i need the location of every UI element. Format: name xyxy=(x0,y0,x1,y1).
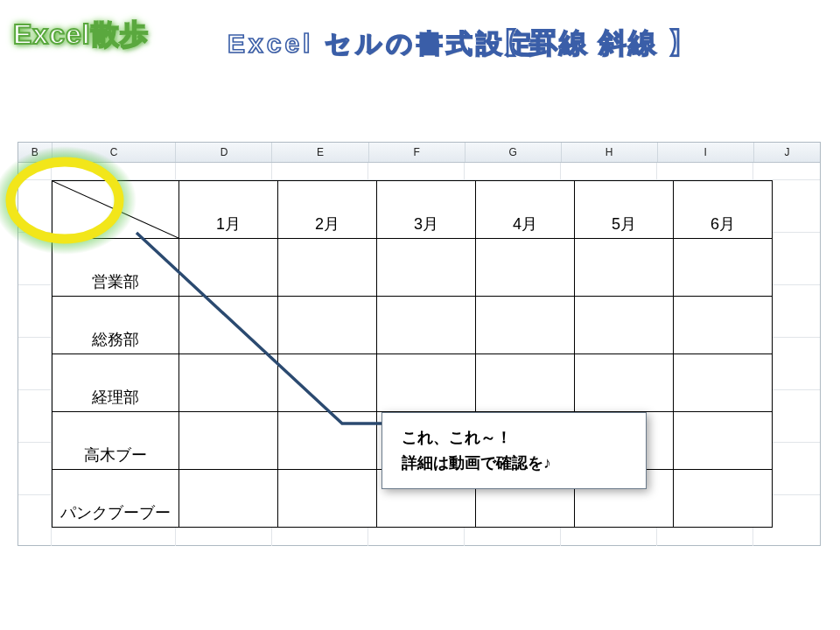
table-row: 総務部 xyxy=(52,297,773,354)
cell[interactable] xyxy=(674,470,773,528)
col-header-I[interactable]: I xyxy=(658,143,754,162)
col-header-B[interactable]: B xyxy=(18,143,52,162)
cell[interactable] xyxy=(179,297,278,354)
table-row: 経理部 xyxy=(52,354,773,412)
cell[interactable] xyxy=(476,297,575,354)
cell[interactable] xyxy=(278,470,377,528)
cell[interactable] xyxy=(377,239,476,297)
cell[interactable] xyxy=(674,239,773,297)
callout-text-2: 詳細は動画で確認を♪ xyxy=(402,451,634,476)
diagonal-line-icon xyxy=(52,181,178,238)
cell[interactable] xyxy=(674,354,773,412)
svg-line-0 xyxy=(52,181,178,238)
col-header-E[interactable]: E xyxy=(272,143,368,162)
col-header-C[interactable]: C xyxy=(52,143,177,162)
table-row: 1月 2月 3月 4月 5月 6月 xyxy=(52,181,773,239)
cell[interactable]: 3月 xyxy=(377,181,476,239)
cell[interactable] xyxy=(179,354,278,412)
col-header-F[interactable]: F xyxy=(369,143,466,162)
cell[interactable]: パンクブーブー xyxy=(52,470,179,528)
cell[interactable] xyxy=(575,354,674,412)
column-headers: B C D E F G H I J xyxy=(18,143,820,163)
sheet-frame: B C D E F G H I J 1月 2月 3月 4月 5月 6月 xyxy=(18,142,821,546)
cell[interactable] xyxy=(278,297,377,354)
cell[interactable] xyxy=(278,412,377,470)
cell[interactable] xyxy=(674,297,773,354)
cell[interactable] xyxy=(476,354,575,412)
col-header-G[interactable]: G xyxy=(466,143,562,162)
cell[interactable] xyxy=(575,297,674,354)
col-header-D[interactable]: D xyxy=(176,143,272,162)
cell[interactable]: 総務部 xyxy=(52,297,179,354)
callout-text-1: これ、これ～！ xyxy=(402,425,634,451)
callout-box: これ、これ～！ 詳細は動画で確認を♪ xyxy=(382,412,647,489)
table-row: 営業部 xyxy=(52,239,773,297)
page-subtitle: 【 罫線 斜線 】 xyxy=(490,24,697,63)
cell[interactable] xyxy=(179,239,278,297)
cell[interactable] xyxy=(278,239,377,297)
cell[interactable] xyxy=(179,470,278,528)
cell[interactable]: 経理部 xyxy=(52,354,179,412)
brand-title: Excel散歩 xyxy=(13,16,149,54)
cell[interactable]: 6月 xyxy=(674,181,773,239)
grid-body[interactable]: 1月 2月 3月 4月 5月 6月 営業部 総務部 経理部 xyxy=(18,163,820,546)
cell[interactable] xyxy=(674,412,773,470)
page-title: Excel セルの書式設定 xyxy=(228,26,536,62)
cell[interactable]: 営業部 xyxy=(52,239,179,297)
cell[interactable]: 1月 xyxy=(179,181,278,239)
cell[interactable]: 4月 xyxy=(476,181,575,239)
col-header-H[interactable]: H xyxy=(562,143,658,162)
cell[interactable] xyxy=(278,354,377,412)
cell[interactable] xyxy=(575,239,674,297)
diagonal-cell[interactable] xyxy=(52,181,179,239)
cell[interactable]: 高木ブー xyxy=(52,412,179,470)
cell[interactable] xyxy=(377,354,476,412)
cell[interactable] xyxy=(476,239,575,297)
cell[interactable] xyxy=(179,412,278,470)
cell[interactable]: 2月 xyxy=(278,181,377,239)
cell[interactable]: 5月 xyxy=(575,181,674,239)
cell[interactable] xyxy=(377,297,476,354)
col-header-J[interactable]: J xyxy=(754,143,820,162)
